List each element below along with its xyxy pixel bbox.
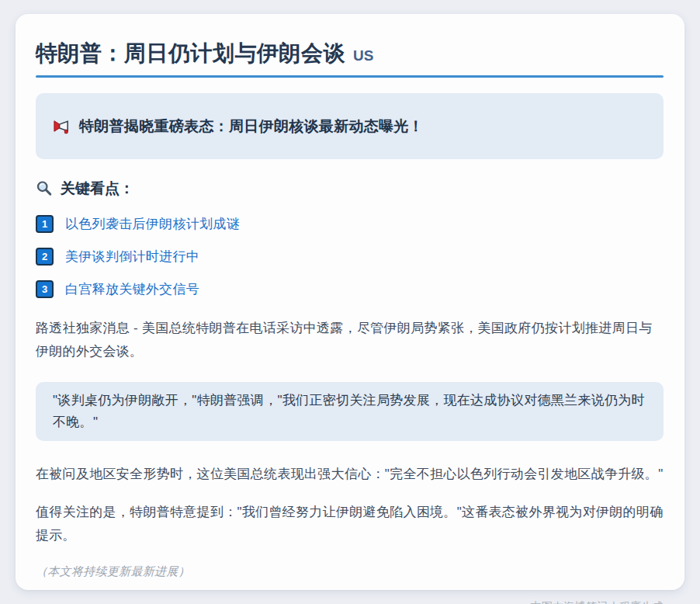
key-points-heading: 关键看点： (36, 179, 664, 199)
point-text: 白宫释放关键外交信号 (65, 280, 199, 298)
quote-block: "谈判桌仍为伊朗敞开，"特朗普强调，"我们正密切关注局势发展，现在达成协议对德黑… (36, 382, 664, 441)
magnifier-icon (36, 180, 53, 197)
announcement-text: 特朗普揭晓重磅表态：周日伊朗核谈最新动态曝光！ (79, 116, 424, 137)
point-text: 美伊谈判倒计时进行中 (65, 248, 199, 266)
news-card: 特朗普：周日仍计划与伊朗会谈 US 特朗普揭晓重磅表态：周日伊朗核谈最新动态曝光… (16, 14, 684, 590)
article-paragraph-3: 值得关注的是，特朗普特意提到："我们曾经努力让伊朗避免陷入困境。"这番表态被外界… (36, 501, 664, 547)
list-item: 2 美伊谈判倒计时进行中 (36, 248, 664, 266)
point-number-badge: 3 (36, 280, 54, 298)
list-item: 3 白宫释放关键外交信号 (36, 280, 664, 298)
megaphone-icon (53, 117, 71, 135)
article-paragraph-1: 路透社独家消息 - 美国总统特朗普在电话采访中透露，尽管伊朗局势紧张，美国政府仍… (36, 317, 664, 363)
list-item: 1 以色列袭击后伊朗核计划成谜 (36, 215, 664, 233)
point-number-badge: 1 (36, 215, 54, 233)
article-paragraph-2: 在被问及地区安全形势时，这位美国总统表现出强大信心："完全不担心以色列行动会引发… (36, 463, 664, 486)
title-divider (36, 75, 664, 78)
page-title: 特朗普：周日仍计划与伊朗会谈 (36, 40, 345, 67)
update-note: （本文将持续更新最新进展） (36, 564, 664, 579)
key-points-heading-label: 关键看点： (61, 179, 134, 199)
attribution-text: 本图由海博笔记小程序生成 (36, 600, 664, 604)
key-points-list: 1 以色列袭击后伊朗核计划成谜 2 美伊谈判倒计时进行中 3 白宫释放关键外交信… (36, 215, 664, 298)
page-title-suffix: US (353, 47, 373, 64)
quote-text: "谈判桌仍为伊朗敞开，"特朗普强调，"我们正密切关注局势发展，现在达成协议对德黑… (53, 390, 646, 433)
page-title-row: 特朗普：周日仍计划与伊朗会谈 US (36, 40, 664, 67)
point-text: 以色列袭击后伊朗核计划成谜 (65, 215, 240, 233)
point-number-badge: 2 (36, 248, 54, 266)
announcement-banner: 特朗普揭晓重磅表态：周日伊朗核谈最新动态曝光！ (36, 93, 664, 159)
